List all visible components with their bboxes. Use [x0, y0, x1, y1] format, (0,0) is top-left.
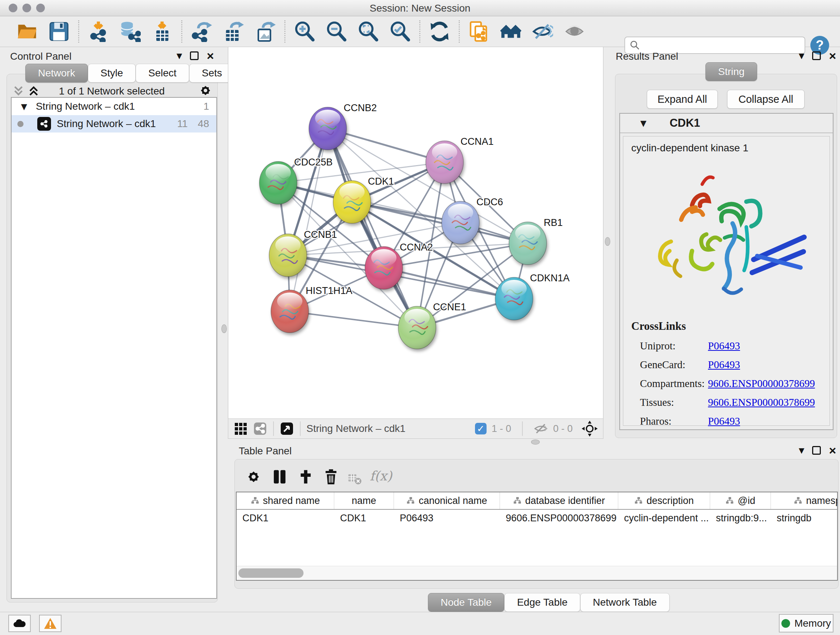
network-node-ccnb1[interactable]	[269, 234, 307, 277]
birds-eye-view-icon[interactable]	[279, 421, 294, 436]
zoom-out-icon[interactable]	[326, 21, 347, 42]
column-header-canonical-name[interactable]: canonical name	[394, 492, 500, 509]
network-node-cdc25b[interactable]	[259, 162, 297, 204]
protein-structure-image	[638, 165, 826, 310]
node-label-ccnb1: CCNB1	[304, 229, 337, 240]
network-node-ccnb2[interactable]	[309, 107, 347, 150]
right-splitter-handle[interactable]	[605, 237, 610, 246]
toolbar-separator	[419, 20, 420, 43]
crosslink-pharos-link[interactable]: P06493	[708, 415, 740, 427]
expand-all-button[interactable]: Expand All	[647, 90, 718, 109]
warnings-button[interactable]	[39, 615, 62, 632]
column-header-name[interactable]: name	[334, 492, 394, 509]
cell-canonical-name[interactable]: P06493	[394, 510, 500, 526]
tab-select[interactable]: Select	[136, 64, 189, 82]
network-node-hist1h1a[interactable]	[271, 290, 309, 333]
cell-description[interactable]: cyclin-dependent ...	[618, 510, 710, 526]
apply-layout-icon[interactable]	[429, 21, 450, 42]
cell-namespace[interactable]: stringdb	[771, 510, 838, 526]
section-expander-icon[interactable]: ▼	[640, 119, 646, 128]
network-node-ccne1[interactable]	[398, 306, 436, 349]
crosslink-compartments-link[interactable]: 9606.ENSP00000378699	[708, 378, 815, 390]
network-options-gear-icon[interactable]	[198, 83, 213, 98]
first-neighbors-icon[interactable]	[500, 21, 521, 42]
network-node-ccna2[interactable]	[365, 247, 403, 289]
float-panel-icon[interactable]: ▼	[799, 51, 804, 60]
tab-string[interactable]: String	[706, 62, 757, 81]
zoom-fit-icon[interactable]	[358, 21, 379, 42]
memory-button[interactable]: Memory	[779, 614, 834, 632]
cloud-status-button[interactable]	[8, 615, 31, 632]
cell-id[interactable]: stringdb:9...	[710, 510, 771, 526]
network-view-icon[interactable]	[253, 421, 267, 436]
maximize-panel-icon[interactable]	[812, 446, 821, 455]
show-columns-icon[interactable]	[271, 469, 288, 485]
show-all-icon[interactable]	[564, 21, 585, 42]
crosslink-tissues-link[interactable]: 9606.ENSP00000378699	[708, 396, 815, 409]
node-label-cdc25b: CDC25B	[294, 157, 333, 168]
network-node-ccna1[interactable]	[426, 141, 463, 184]
float-panel-icon[interactable]: ▼	[177, 51, 182, 60]
export-table-icon[interactable]	[223, 21, 244, 42]
hide-selected-icon[interactable]	[532, 21, 553, 42]
grid-view-icon[interactable]	[233, 421, 248, 436]
maximize-panel-icon[interactable]	[190, 51, 199, 60]
network-node-cdc6[interactable]	[442, 201, 479, 244]
maximize-panel-icon[interactable]	[812, 51, 821, 60]
column-header-id[interactable]: @id	[710, 492, 771, 509]
network-node-cdk1[interactable]	[333, 181, 371, 223]
cell-shared-name[interactable]: CDK1	[237, 510, 334, 526]
cell-database-identifier[interactable]: 9606.ENSP00000378699	[500, 510, 618, 526]
table-options-gear-icon[interactable]	[245, 469, 262, 485]
column-header-namespace[interactable]: namespace	[771, 492, 838, 509]
float-panel-icon[interactable]: ▼	[799, 446, 804, 455]
crosslink-label: Tissues:	[640, 396, 708, 409]
tab-node-table[interactable]: Node Table	[428, 593, 504, 612]
node-label-rb1: RB1	[544, 217, 563, 228]
export-image-icon[interactable]	[255, 21, 276, 42]
save-session-icon[interactable]	[49, 21, 69, 42]
crosslink-genecard-link[interactable]: P06493	[708, 359, 740, 371]
column-header-shared-name[interactable]: shared name	[237, 492, 334, 509]
collapse-all-button[interactable]: Collapse All	[727, 90, 805, 109]
close-panel-icon[interactable]: ×	[829, 51, 836, 60]
zoom-in-icon[interactable]	[294, 21, 315, 42]
network-row[interactable]: String Network – cdk1 11 48	[11, 115, 216, 133]
column-header-description[interactable]: description	[618, 492, 710, 509]
export-network-icon[interactable]	[191, 21, 212, 42]
zoom-selected-icon[interactable]	[390, 21, 411, 42]
open-session-icon[interactable]	[17, 21, 38, 42]
network-status-dot	[17, 121, 24, 127]
tab-edge-table[interactable]: Edge Table	[504, 593, 580, 612]
duplicate-network-icon[interactable]	[469, 21, 489, 42]
network-collection-row[interactable]: ▼ String Network – cdk1 1	[11, 98, 216, 115]
tab-network-table[interactable]: Network Table	[580, 593, 669, 612]
tree-expander-icon[interactable]: ▼	[21, 102, 27, 111]
close-panel-icon[interactable]: ×	[829, 446, 836, 455]
network-canvas[interactable]: CCNB2CCNA1CDC25BCDK1CDC6RB1CCNB1CCNA2CDK…	[228, 47, 603, 418]
import-network-icon[interactable]	[88, 21, 109, 42]
create-column-icon[interactable]	[297, 469, 314, 485]
column-header-database-identifier[interactable]: database identifier	[500, 492, 618, 509]
table-row[interactable]: CDK1 CDK1 P06493 9606.ENSP00000378699 cy…	[237, 510, 837, 526]
selected-checkbox-icon[interactable]: ✓	[475, 423, 486, 434]
delete-column-icon[interactable]	[323, 469, 339, 485]
network-node-cdkn1a[interactable]	[495, 277, 533, 320]
import-network-from-database-icon[interactable]	[120, 21, 141, 42]
cell-name[interactable]: CDK1	[334, 510, 394, 526]
network-graph[interactable]: CCNB2CCNA1CDC25BCDK1CDC6RB1CCNB1CCNA2CDK…	[228, 47, 603, 418]
horizontal-scrollbar[interactable]	[237, 566, 837, 580]
left-splitter-handle[interactable]	[221, 325, 227, 333]
node-table[interactable]: shared name name canonical name database…	[236, 492, 838, 581]
crosslink-uniprot-link[interactable]: P06493	[708, 340, 740, 352]
network-node-rb1[interactable]	[509, 222, 546, 264]
tab-network[interactable]: Network	[25, 64, 88, 82]
scrollbar-thumb[interactable]	[238, 568, 303, 578]
title-bar: Session: New Session	[0, 0, 840, 16]
close-panel-icon[interactable]: ×	[207, 51, 214, 60]
tab-style[interactable]: Style	[88, 64, 136, 82]
import-table-icon[interactable]	[152, 21, 172, 42]
center-view-icon[interactable]	[581, 420, 598, 437]
node-label-ccne1: CCNE1	[433, 302, 466, 312]
memory-label: Memory	[794, 618, 831, 629]
